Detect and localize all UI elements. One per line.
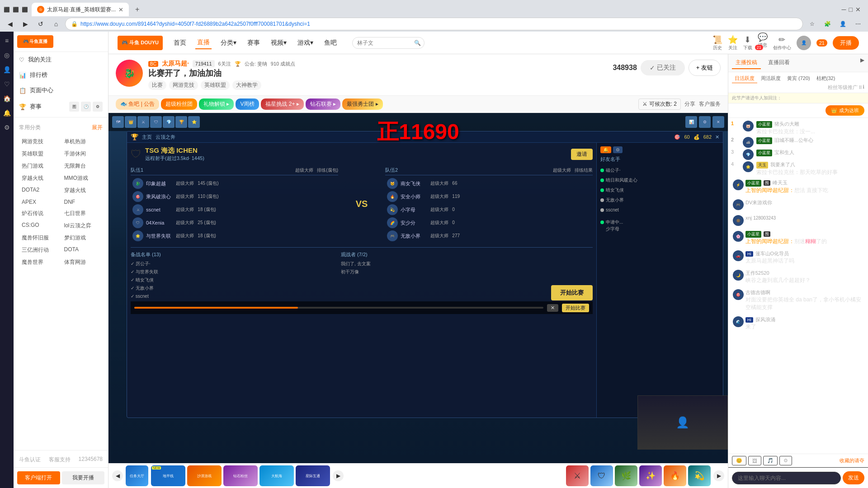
- confirm-match-btn[interactable]: 开始比赛: [562, 304, 589, 312]
- banner-char-1[interactable]: ⚔: [566, 465, 589, 486]
- nav-fishbar[interactable]: 鱼吧: [322, 37, 339, 49]
- vip-badge[interactable]: 21: [816, 39, 827, 47]
- open-stream-btn[interactable]: 开播: [833, 36, 859, 50]
- sub-item-fantasy[interactable]: 梦幻游戏: [61, 232, 103, 244]
- sub-item-web-games[interactable]: 网游竞技: [19, 136, 61, 147]
- tag-category[interactable]: 网游竞技: [169, 80, 198, 90]
- open-client-btn[interactable]: 客户端打开: [17, 471, 60, 484]
- level-info-icon[interactable]: ℹ: [863, 84, 864, 91]
- sub-tab-daily[interactable]: 日活跃度: [732, 74, 757, 83]
- chat-tab-settings[interactable]: ⚙: [613, 146, 623, 153]
- settings-icon[interactable]: ⚙: [1, 122, 12, 133]
- sub-item-single-games[interactable]: 单机热游: [61, 136, 103, 147]
- game-icon-7[interactable]: ⭐: [188, 116, 200, 128]
- top-icon-2[interactable]: ⚙: [699, 116, 711, 128]
- menu-icon[interactable]: ≡: [1, 35, 12, 46]
- banner-char-4[interactable]: ✨: [639, 465, 662, 486]
- download-action[interactable]: ⬇ 下载: [743, 35, 752, 51]
- sub-tab-weekly[interactable]: 周活跃度: [758, 74, 783, 83]
- nav-tournament[interactable]: 赛事: [245, 37, 262, 49]
- badge-diamond[interactable]: 钻石联赛 ▸: [306, 99, 340, 110]
- tab-close-btn[interactable]: ✕: [118, 6, 123, 13]
- share-btn[interactable]: 分享: [684, 100, 695, 108]
- search-input[interactable]: [352, 37, 425, 49]
- start-match-btn[interactable]: 开始比赛: [551, 285, 593, 300]
- badge-lucky[interactable]: 福星挑战 2+ ▸: [261, 99, 303, 110]
- certification-link[interactable]: 斗鱼认证: [19, 456, 41, 464]
- top-icon-3[interactable]: ✕: [712, 116, 724, 128]
- game-icon-4[interactable]: 🛡: [150, 116, 162, 128]
- sub-item-wow[interactable]: 魔兽世界: [19, 257, 61, 268]
- sub-item-dnf[interactable]: DNF: [61, 197, 103, 207]
- star-btn[interactable]: ☆: [806, 18, 818, 30]
- banner-char-6[interactable]: 💫: [688, 465, 711, 486]
- rs-more-icon[interactable]: ▶: [860, 57, 864, 69]
- sub-item-dota[interactable]: DOTA: [61, 244, 103, 256]
- badge-v-weekly[interactable]: V周榜: [236, 99, 259, 110]
- sub-item-lol[interactable]: 英雄联盟: [19, 148, 61, 160]
- emoji-btn[interactable]: 😊: [732, 456, 746, 465]
- nav-live[interactable]: 直播: [195, 37, 212, 49]
- nav-video[interactable]: 视频▾: [269, 37, 288, 49]
- follow-action[interactable]: ⭐ 关注: [728, 35, 738, 51]
- sub-item-mmo[interactable]: MMO游戏: [61, 173, 103, 184]
- settings-chat-btn[interactable]: ⚙: [779, 456, 792, 465]
- logo[interactable]: 🎮 斗鱼 DOUYU: [118, 36, 163, 50]
- game-icon-5[interactable]: 💎: [163, 116, 175, 128]
- sub-item-stone[interactable]: 炉石传说: [19, 208, 61, 219]
- banner-char-2[interactable]: 🛡: [590, 465, 613, 486]
- banner-desert[interactable]: 沙漠游戏: [187, 465, 222, 486]
- back-btn[interactable]: ◀: [4, 18, 16, 30]
- voice-btn[interactable]: 🎵: [763, 456, 778, 465]
- banner-diping[interactable]: NEW 地平线: [151, 465, 185, 486]
- game-icon-3[interactable]: ⚔: [137, 116, 149, 128]
- new-tab-btn[interactable]: +: [131, 3, 144, 16]
- sub-item-seven-days[interactable]: 七日世界: [61, 208, 103, 219]
- active-tab[interactable]: 斗 太原马超·直播_英雄联盟赛... ✕: [32, 3, 129, 16]
- close-btn[interactable]: ✕: [855, 6, 861, 13]
- sub-item-sanyi[interactable]: 三亿洲行动: [19, 244, 61, 256]
- tag-label[interactable]: 大神教学: [232, 80, 261, 90]
- address-bar[interactable]: 🔒 https://www.douyu.com/891464?dyshid=40…: [65, 18, 803, 30]
- sub-item-cf2[interactable]: 穿越火线: [61, 185, 103, 196]
- search-btn[interactable]: 🔍: [414, 40, 421, 46]
- customer-service-btn[interactable]: 客户服务: [699, 100, 721, 108]
- game-icon-2[interactable]: 👑: [125, 116, 137, 128]
- message-action[interactable]: 💬 消息 21: [758, 32, 768, 54]
- top-icon-1[interactable]: 📊: [685, 116, 697, 128]
- sub-tab-yellow[interactable]: 黄宾 (720): [784, 74, 813, 83]
- add-friend-btn[interactable]: + 友链: [689, 60, 721, 76]
- profile-icon[interactable]: 👤: [1, 64, 12, 75]
- tag-game[interactable]: 英雄联盟: [201, 80, 230, 90]
- sub-item-apex[interactable]: APEX: [19, 197, 61, 207]
- notification-icon[interactable]: 🔔: [1, 108, 12, 118]
- tag-type[interactable]: 比赛: [148, 80, 166, 90]
- profile-btn[interactable]: 👤: [836, 18, 849, 30]
- follow-button[interactable]: ✓ 已关注: [641, 60, 685, 75]
- nav-item-ranking[interactable]: 📊 排行榜: [14, 67, 108, 83]
- game-nav-main[interactable]: 主页: [142, 134, 152, 141]
- sub-item-dota2[interactable]: DOTA2: [19, 185, 61, 196]
- game-nav-cloud[interactable]: 云顶之奔: [156, 134, 175, 141]
- sub-item-csgo[interactable]: CS:GO: [19, 220, 61, 231]
- nav-games[interactable]: 游戏▾: [296, 37, 315, 49]
- home-btn[interactable]: ⌂: [50, 18, 62, 30]
- cancel-btn[interactable]: ✕: [547, 304, 558, 312]
- start-streaming-btn[interactable]: 我要开播: [62, 471, 105, 484]
- refresh-btn[interactable]: ↺: [34, 18, 47, 30]
- can-invite-btn[interactable]: ⚔ 可候次数: 2: [638, 99, 681, 110]
- rs-tab-replay[interactable]: 直播回看: [764, 57, 793, 69]
- sub-tab-kupa[interactable]: 枯粑(32): [814, 74, 838, 83]
- send-button[interactable]: 发送: [843, 471, 864, 484]
- banner-task[interactable]: 任务大厅: [126, 465, 148, 486]
- nav-item-page[interactable]: 📋 页面中心: [14, 83, 108, 98]
- banner-char-5[interactable]: 🔥: [664, 465, 686, 486]
- banner-d航海[interactable]: 大航海: [259, 465, 294, 486]
- sub-item-hot[interactable]: 热门游戏: [19, 160, 61, 172]
- minimize-btn[interactable]: ─: [842, 6, 846, 13]
- maximize-btn[interactable]: □: [849, 6, 853, 13]
- sub-item-warcraft[interactable]: 魔兽怀旧服: [19, 232, 61, 244]
- banner-char-3[interactable]: 🌿: [615, 465, 637, 486]
- settings-btn[interactable]: ⋯: [852, 18, 864, 30]
- extensions-btn[interactable]: 🧩: [821, 18, 834, 30]
